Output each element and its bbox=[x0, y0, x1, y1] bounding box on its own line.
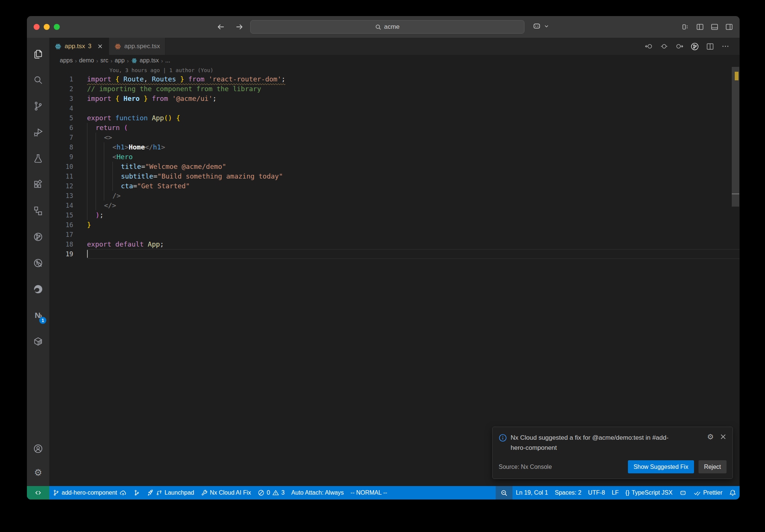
breadcrumb-separator: › bbox=[161, 58, 163, 64]
code-line-4[interactable]: 4 bbox=[49, 103, 740, 113]
code-line-12[interactable]: 12 cta="Get Started" bbox=[49, 181, 740, 191]
maximize-window-button[interactable] bbox=[54, 24, 60, 30]
current-change-icon[interactable] bbox=[660, 42, 669, 51]
breadcrumb-item[interactable]: demo bbox=[79, 57, 94, 64]
extensions-icon[interactable] bbox=[27, 171, 49, 198]
launchpad-status[interactable]: Launchpad bbox=[143, 486, 198, 499]
nx-cloud-fix-status[interactable]: Nx Cloud AI Fix bbox=[198, 486, 254, 499]
breadcrumb-item[interactable]: app bbox=[115, 57, 125, 64]
customize-layout-icon[interactable] bbox=[681, 22, 690, 31]
line-number: 1 bbox=[49, 74, 73, 84]
vim-mode-status[interactable]: -- NORMAL -- bbox=[347, 486, 390, 499]
remote-explorer-icon[interactable] bbox=[27, 198, 49, 224]
toggle-panel-icon[interactable] bbox=[710, 22, 719, 31]
code-line-6[interactable]: 6 return ( bbox=[49, 123, 740, 133]
previous-change-icon[interactable] bbox=[644, 42, 653, 51]
navigate-back-icon[interactable] bbox=[216, 22, 226, 32]
testing-icon[interactable] bbox=[27, 145, 49, 171]
toggle-secondary-sidebar-icon[interactable] bbox=[725, 22, 734, 31]
navigate-forward-icon[interactable] bbox=[234, 22, 245, 32]
eol-status[interactable]: LF bbox=[608, 486, 622, 499]
nx-cloud-fix-label: Nx Cloud AI Fix bbox=[210, 489, 251, 496]
nx-console-icon[interactable]: N› 1 bbox=[27, 302, 49, 328]
line-content: export default App; bbox=[87, 239, 740, 249]
git-branch-status[interactable]: add-hero-component bbox=[49, 486, 130, 499]
code-line-9[interactable]: 9 <Hero bbox=[49, 152, 740, 162]
code-line-16[interactable]: 16} bbox=[49, 220, 740, 230]
code-line-2[interactable]: 2// importing the component from the lib… bbox=[49, 84, 740, 94]
tab-app-tsx[interactable]: app.tsx 3 bbox=[49, 38, 109, 55]
line-content bbox=[87, 230, 740, 239]
code-line-11[interactable]: 11 subtitle="Build something amazing tod… bbox=[49, 171, 740, 181]
nx-project-graph-icon[interactable] bbox=[690, 42, 699, 51]
tab-label: app.spec.tsx bbox=[124, 43, 160, 50]
line-content: subtitle="Build something amazing today" bbox=[87, 171, 740, 181]
settings-gear-icon[interactable]: ⚙ bbox=[27, 461, 49, 485]
minimize-window-button[interactable] bbox=[44, 24, 50, 30]
copilot-status[interactable] bbox=[676, 486, 690, 499]
problems-status[interactable]: 0 3 bbox=[254, 486, 288, 499]
code-line-13[interactable]: 13 /> bbox=[49, 191, 740, 201]
warnings-icon bbox=[272, 489, 279, 496]
cursor-position-status[interactable]: Ln 19, Col 1 bbox=[512, 486, 551, 499]
notifications-bell[interactable] bbox=[726, 486, 740, 499]
line-number: 9 bbox=[49, 152, 73, 162]
notification-settings-icon[interactable]: ⚙ bbox=[707, 433, 714, 440]
bell-icon bbox=[729, 489, 736, 497]
zoom-indicator[interactable] bbox=[496, 486, 512, 499]
search-view-icon[interactable] bbox=[27, 67, 49, 93]
code-editor[interactable]: You, 3 hours ago | 1 author (You) 1impor… bbox=[49, 66, 740, 486]
tab-app-spec-tsx[interactable]: app.spec.tsx bbox=[109, 38, 165, 55]
line-content: </> bbox=[87, 201, 740, 210]
notification-close-icon[interactable] bbox=[720, 433, 727, 440]
code-line-19[interactable]: 19 bbox=[49, 249, 740, 259]
breadcrumb-item[interactable]: src bbox=[100, 57, 108, 64]
errors-icon bbox=[258, 489, 264, 496]
show-suggested-fix-button[interactable]: Show Suggested Fix bbox=[628, 460, 694, 473]
auto-attach-status[interactable]: Auto Attach: Always bbox=[288, 486, 347, 499]
close-tab-icon[interactable] bbox=[97, 43, 103, 50]
source-control-icon[interactable] bbox=[27, 93, 49, 119]
code-line-15[interactable]: 15 ); bbox=[49, 210, 740, 220]
gitlens-inspect-icon[interactable] bbox=[27, 250, 49, 276]
code-line-10[interactable]: 10 title="Welcmoe @acme/demo" bbox=[49, 162, 740, 171]
code-line-3[interactable]: 3import { Hero } from '@acme/ui'; bbox=[49, 94, 740, 103]
copilot-menu[interactable] bbox=[532, 21, 549, 31]
run-debug-icon[interactable] bbox=[27, 119, 49, 145]
formatter-status[interactable]: Prettier bbox=[690, 486, 726, 499]
close-window-button[interactable] bbox=[34, 24, 40, 30]
source-control-graph-status[interactable] bbox=[130, 486, 143, 499]
status-bar: add-hero-component Launchpad Nx Cloud AI… bbox=[27, 486, 740, 499]
container-icon[interactable] bbox=[27, 328, 49, 355]
line-number: 5 bbox=[49, 113, 73, 123]
split-editor-icon[interactable] bbox=[706, 42, 715, 51]
edge-browser-icon[interactable] bbox=[27, 276, 49, 302]
next-change-icon[interactable] bbox=[675, 42, 684, 51]
line-number: 7 bbox=[49, 133, 73, 142]
git-graph-circle-icon[interactable] bbox=[27, 224, 49, 250]
overview-cursor-marker bbox=[732, 194, 739, 194]
code-line-7[interactable]: 7 <> bbox=[49, 133, 740, 142]
accounts-icon[interactable] bbox=[27, 437, 49, 461]
breadcrumb-item[interactable]: apps bbox=[60, 57, 73, 64]
reject-button[interactable]: Reject bbox=[699, 460, 727, 473]
code-line-17[interactable]: 17 bbox=[49, 230, 740, 239]
indentation-status[interactable]: Spaces: 2 bbox=[551, 486, 585, 499]
encoding-status[interactable]: UTF-8 bbox=[585, 486, 608, 499]
explorer-icon[interactable] bbox=[27, 41, 49, 67]
remote-indicator[interactable] bbox=[27, 486, 49, 499]
code-line-14[interactable]: 14 </> bbox=[49, 201, 740, 210]
language-mode-status[interactable]: {} TypeScript JSX bbox=[622, 486, 676, 499]
breadcrumb-item[interactable]: ... bbox=[165, 57, 170, 64]
scrollbar-thumb[interactable] bbox=[732, 67, 739, 207]
code-line-18[interactable]: 18export default App; bbox=[49, 239, 740, 249]
code-line-5[interactable]: 5export function App() { bbox=[49, 113, 740, 123]
more-actions-icon[interactable] bbox=[721, 42, 730, 51]
editor-scrollbar[interactable] bbox=[731, 66, 740, 486]
code-line-1[interactable]: 1import { Route, Routes } from 'react-ro… bbox=[49, 74, 740, 84]
toggle-primary-sidebar-icon[interactable] bbox=[696, 22, 704, 31]
breadcrumb-item[interactable]: app.tsx bbox=[140, 57, 159, 64]
react-test-file-icon bbox=[114, 43, 121, 50]
code-line-8[interactable]: 8 <h1>Home</h1> bbox=[49, 142, 740, 152]
command-center-search[interactable]: acme bbox=[250, 20, 524, 34]
